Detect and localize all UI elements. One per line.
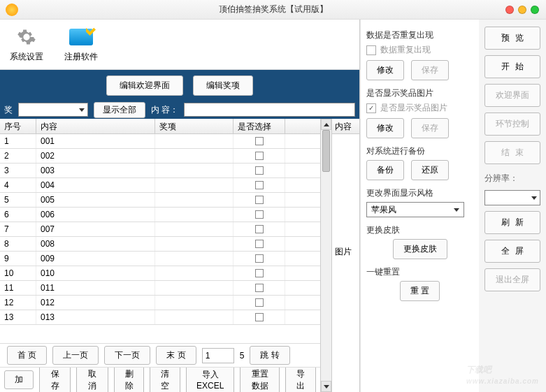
table-row[interactable]: 6006 [0,208,320,222]
cell-selected[interactable] [234,208,285,222]
cell-selected[interactable] [234,252,285,266]
export-button[interactable]: 导出 [285,367,316,392]
settings-button[interactable]: 系统设置 [10,26,43,63]
table-row[interactable]: 8008 [0,237,320,252]
cell-content: 013 [36,310,155,324]
scroll-down-icon[interactable] [321,381,331,392]
style-select[interactable]: 苹果风 [366,202,464,217]
table-row[interactable]: 10010 [0,266,320,281]
next-page-button[interactable]: 下一页 [104,346,150,365]
start-button[interactable]: 开始 [484,55,540,78]
vertical-scrollbar[interactable] [320,119,331,392]
checkbox-icon [255,196,264,204]
cell-prize [155,222,234,236]
table-row[interactable]: 11011 [0,281,320,296]
cell-content: 009 [36,252,155,266]
resolution-select[interactable] [484,190,540,205]
cell-prize [155,134,234,148]
cell-selected[interactable] [234,222,285,236]
prev-page-button[interactable]: 上一页 [52,346,99,365]
preview-button[interactable]: 预览 [484,27,540,50]
cell-seq: 7 [0,222,36,236]
cell-selected[interactable] [234,237,285,251]
save-image-button[interactable]: 保存 [411,118,449,138]
minimize-icon[interactable] [518,6,526,14]
modify-image-button[interactable]: 修改 [366,118,404,138]
register-button[interactable]: 注册软件 [64,26,98,63]
clear-button[interactable]: 清空 [150,367,180,392]
settings-label: 系统设置 [10,51,43,63]
col-selected: 是否选择 [234,119,285,133]
backup-button[interactable]: 备份 [366,160,404,180]
prize-label: 奖 [4,104,13,116]
content-filter-input[interactable] [184,103,355,117]
first-page-button[interactable]: 首 页 [7,346,47,365]
add-button[interactable]: 加 [4,370,34,389]
cell-selected[interactable] [234,296,285,310]
cell-selected[interactable] [234,266,285,280]
reset-all-button[interactable]: 重 置 [400,281,440,301]
main-toolbar: 系统设置 注册软件 [0,20,359,70]
save-button[interactable]: 保 存 [39,367,71,392]
cell-selected[interactable] [234,281,285,295]
cell-selected[interactable] [234,310,285,324]
jump-button[interactable]: 跳 转 [250,346,289,365]
pager: 首 页 上一页 下一页 末 页 5 跳 转 [0,343,320,367]
cell-prize [155,149,234,163]
table-row[interactable]: 9009 [0,252,320,266]
maximize-icon[interactable] [531,6,539,14]
chevron-down-icon [454,208,459,212]
chevron-down-icon [79,108,85,112]
welcome-screen-button[interactable]: 欢迎界面 [484,84,540,107]
fullscreen-button[interactable]: 全屏 [484,240,540,263]
save-repeat-button[interactable]: 保存 [411,60,449,80]
cancel-button[interactable]: 取 消 [76,367,108,392]
cell-selected[interactable] [234,178,285,192]
table-row[interactable]: 3003 [0,164,320,178]
cell-prize [155,252,234,266]
cell-seq: 5 [0,193,36,207]
table-row[interactable]: 12012 [0,296,320,310]
change-skin-button[interactable]: 更换皮肤 [393,239,447,259]
cell-seq: 12 [0,296,36,310]
edit-welcome-button[interactable]: 编辑欢迎界面 [106,75,183,96]
restore-button[interactable]: 还原 [411,160,449,180]
register-label: 注册软件 [64,51,98,63]
cell-selected[interactable] [234,149,285,163]
table-row[interactable]: 5005 [0,193,320,208]
refresh-button[interactable]: 刷新 [484,211,540,234]
table-row[interactable]: 4004 [0,178,320,193]
reset-data-button[interactable]: 重置数据 [240,367,280,392]
checkbox-icon [255,254,264,263]
table-row[interactable]: 1001 [0,134,320,149]
exit-fullscreen-button[interactable]: 退出全屏 [484,268,540,291]
delete-button[interactable]: 删除 [114,367,145,392]
col-seq: 序号 [0,119,36,133]
cell-selected[interactable] [234,134,285,148]
window-title: 顶伯抽签抽奖系统【试用版】 [219,3,328,15]
table-row[interactable]: 13013 [0,310,320,325]
sec-reset-title: 一键重置 [366,266,473,278]
prize-select[interactable] [18,103,88,117]
segment-control-button[interactable]: 环节控制 [484,112,540,136]
last-page-button[interactable]: 末 页 [156,346,196,365]
modify-repeat-button[interactable]: 修改 [366,60,404,80]
scroll-up-icon[interactable] [321,119,331,130]
gear-icon [17,27,36,47]
edit-prize-button[interactable]: 编辑奖项 [193,75,253,96]
image-checkbox-row[interactable]: ✓是否显示奖品图片 [366,102,473,114]
checkbox-icon [255,181,264,189]
page-input[interactable] [202,348,234,363]
show-all-button[interactable]: 显示全部 [94,102,145,118]
close-icon[interactable] [505,6,514,14]
table-row[interactable]: 2002 [0,149,320,164]
cell-content: 001 [36,134,155,148]
cell-selected[interactable] [234,193,285,207]
export-excel-button[interactable]: 导入EXCEL [186,367,234,392]
end-button[interactable]: 结束 [484,141,540,164]
checkbox-icon [255,137,264,145]
scroll-thumb[interactable] [322,130,330,172]
repeat-checkbox-row[interactable]: 数据重复出现 [366,44,473,56]
table-row[interactable]: 7007 [0,222,320,237]
cell-selected[interactable] [234,164,285,177]
